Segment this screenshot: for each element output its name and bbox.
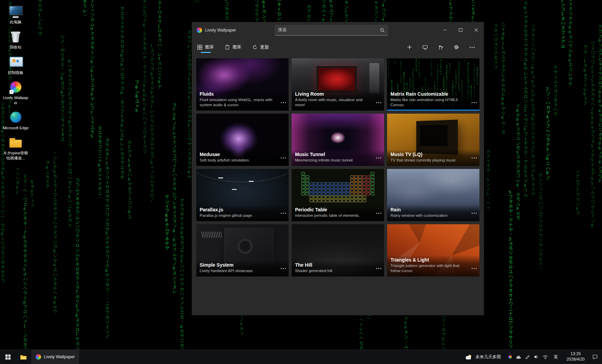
wallpaper-description: Lively hardware API showcase.	[200, 268, 277, 273]
wallpaper-title: Music TV (LQ)	[390, 152, 476, 157]
tile-more-button[interactable]	[378, 213, 379, 214]
wallpaper-tile-rain[interactable]: Rain Rainy window with customization	[387, 169, 479, 221]
wallpaper-description: Rainy window with customization	[390, 213, 468, 218]
this-pc-icon	[8, 5, 23, 18]
wallpaper-description: TV that shows currently playing music	[390, 158, 468, 163]
active-displays-button[interactable]	[419, 41, 432, 53]
lively-app-icon	[36, 354, 41, 360]
microsoft-edge-icon	[8, 111, 23, 124]
network-wifi-icon[interactable]	[543, 355, 548, 359]
wallpaper-description: Interactive periodic table of elements.	[295, 213, 372, 218]
tile-more-button[interactable]	[283, 213, 284, 214]
window-toolbar: 图库 图库 更新	[192, 38, 484, 56]
clock-date: 2026/4/20	[567, 357, 585, 362]
tile-more-button[interactable]	[378, 157, 379, 158]
wallpaper-title: Matrix Rain Customizable	[390, 91, 476, 97]
wallpaper-tile-musictv[interactable]: Music TV (LQ) TV that shows currently pl…	[387, 114, 479, 166]
start-button[interactable]	[0, 350, 16, 364]
volume-icon[interactable]	[534, 355, 539, 359]
file-explorer-button[interactable]	[16, 350, 31, 364]
wallpaper-description: Fluid simulation using WebGL, reacts wit…	[200, 97, 277, 108]
close-icon	[474, 28, 478, 32]
tab-label: 更新	[260, 44, 269, 50]
flags-icon	[438, 45, 443, 50]
wallpaper-title: Fluids	[200, 91, 285, 97]
wallpaper-tile-medusae[interactable]: Medusae Soft body jellyfish simulation.	[196, 114, 289, 166]
tile-more-button[interactable]	[474, 213, 475, 214]
tab-library[interactable]: 图库	[197, 44, 214, 50]
tile-more-button[interactable]	[378, 102, 379, 103]
wallpaper-description: Shader generated hill.	[295, 268, 372, 273]
wallpaper-tile-livingroom[interactable]: Living Room A lively room with music, vi…	[292, 58, 384, 111]
windows-logo-icon	[5, 354, 11, 360]
wallpaper-title: Music Tunnel	[295, 152, 381, 157]
desktop-icon-control-panel[interactable]: 控制面板	[2, 55, 29, 75]
taskbar-clock[interactable]: 13:25 2026/4/20	[564, 351, 588, 362]
taskbar-app-label: Lively Wallpaper	[44, 355, 75, 359]
tile-more-button[interactable]	[283, 268, 284, 269]
pen-icon[interactable]	[525, 355, 530, 360]
desktop-icon-this-pc[interactable]: 此电脑	[2, 5, 29, 24]
tab-label: 图库	[233, 44, 241, 50]
close-button[interactable]	[468, 22, 484, 38]
recycle-bin-icon	[8, 30, 23, 43]
more-button[interactable]	[466, 41, 478, 53]
maximize-button[interactable]	[453, 22, 468, 38]
wallpaper-tile-triangles[interactable]: Triangles & Light Triangle pattern gener…	[387, 224, 479, 276]
cloud-weather-icon	[464, 354, 473, 360]
search-placeholder: 搜索	[278, 27, 380, 33]
desktop-icon-spine-folder[interactable]: 今夕spine骨骼动画播放...	[2, 136, 29, 160]
desktop-icon-recycle-bin[interactable]: 回收站	[2, 30, 29, 50]
minimize-icon	[443, 28, 447, 32]
add-wallpaper-button[interactable]	[403, 41, 416, 53]
wallpaper-tile-matrix[interactable]: チ ニ 0 ホ リ リ ウ ン ネ ヘ ： ラ ネ オ ナ ト ケ カ テ タ …	[387, 58, 479, 111]
wallpaper-grid: Fluids Fluid simulation using WebGL, rea…	[192, 56, 484, 279]
tile-more-button[interactable]	[474, 268, 475, 269]
taskbar: Lively Wallpaper 未来几天多雨	[0, 349, 602, 364]
window-title: Lively Wallpaper	[205, 28, 236, 33]
action-center-button[interactable]	[588, 354, 602, 360]
clipboard-icon	[225, 44, 230, 50]
lively-tray-icon[interactable]	[508, 355, 512, 359]
tile-more-button[interactable]	[283, 157, 284, 158]
weather-widget[interactable]: 未来几天多雨	[460, 354, 505, 360]
wallpaper-tile-simplesystem[interactable]: Simple System Lively hardware API showca…	[196, 224, 289, 276]
desktop-icon-microsoft-edge[interactable]: Microsoft Edge	[2, 111, 29, 130]
tab-gallery[interactable]: 图库	[225, 44, 241, 50]
gear-icon	[454, 44, 459, 50]
tab-label: 图库	[205, 44, 214, 50]
tile-more-button[interactable]	[283, 102, 284, 103]
wallpaper-title: Rain	[390, 207, 476, 212]
wallpaper-title: Triangles & Light	[390, 257, 476, 263]
wallpaper-description: Mesmerizing infinite music tunnel	[295, 158, 372, 163]
wallpaper-description: Matrix like rain animation using HTML5 C…	[390, 97, 468, 108]
wallpaper-title: Medusae	[200, 152, 285, 157]
desktop-icon-label: Lively Wallpaper	[2, 95, 29, 105]
wallpaper-tile-parallax[interactable]: Parallax.js Parallax.js engine github pa…	[196, 169, 289, 221]
clock-time: 13:25	[570, 351, 581, 357]
wallpaper-description: A lively room with music, visualizer and…	[295, 97, 372, 108]
wallpaper-description: Triangle pattern generator with light th…	[390, 263, 468, 273]
wallpaper-tile-fluids[interactable]: Fluids Fluid simulation using WebGL, rea…	[196, 58, 289, 111]
minimize-button[interactable]	[437, 22, 453, 38]
tile-more-button[interactable]	[474, 157, 475, 158]
desktop-icon-label: Microsoft Edge	[3, 126, 29, 130]
ellipsis-icon	[472, 47, 473, 48]
taskbar-app-lively-wallpaper[interactable]: Lively Wallpaper	[31, 350, 79, 364]
wallpaper-tile-thehill[interactable]: The Hill Shader generated hill.	[292, 224, 384, 276]
settings-button[interactable]	[450, 41, 463, 53]
tile-more-button[interactable]	[474, 102, 475, 103]
ime-language-indicator[interactable]: 英	[552, 354, 560, 360]
tab-update[interactable]: 更新	[252, 44, 269, 50]
tile-more-button[interactable]	[378, 268, 379, 269]
wallpaper-title: The Hill	[295, 262, 381, 268]
refresh-icon	[252, 45, 257, 50]
flags-button[interactable]	[434, 41, 447, 53]
window-titlebar[interactable]: Lively Wallpaper 搜索	[192, 22, 484, 38]
wallpaper-tile-musictunnel[interactable]: Music Tunnel Mesmerizing infinite music …	[292, 114, 384, 166]
wallpaper-tile-periodic[interactable]: Periodic Table Interactive periodic tabl…	[292, 169, 384, 221]
search-input[interactable]: 搜索	[275, 25, 388, 36]
notification-icon	[592, 354, 598, 360]
desktop-icon-lively-wallpaper[interactable]: Lively Wallpaper	[2, 80, 29, 105]
onedrive-cloud-icon[interactable]	[515, 355, 521, 359]
